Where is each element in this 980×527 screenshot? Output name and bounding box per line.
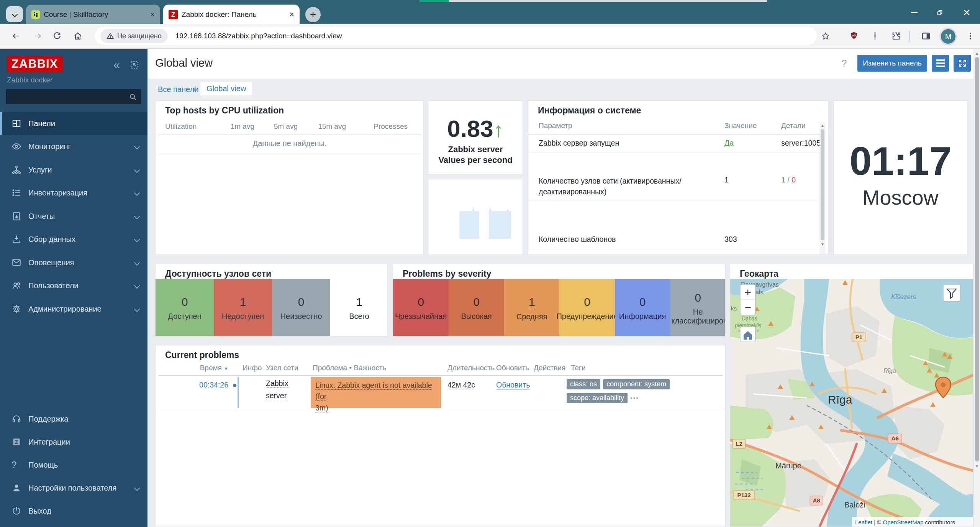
problem-link[interactable]: 3m): [315, 404, 328, 412]
scroll-up-icon[interactable]: ▲: [974, 51, 980, 56]
problem-link[interactable]: Linux: Zabbix agent is not available (fo…: [315, 381, 432, 401]
eye-icon: [11, 141, 21, 151]
window-restore-button[interactable]: [932, 5, 948, 20]
new-tab-button[interactable]: +: [305, 7, 321, 22]
browser-tab-skillfactory[interactable]: Course | Skillfactory ×: [26, 5, 160, 24]
graph-area-right: [489, 207, 511, 239]
zabbix-favicon: Z: [169, 10, 178, 19]
zoom-out-button[interactable]: −: [744, 301, 751, 314]
sidebar-search-input[interactable]: [10, 90, 126, 103]
sidebar-item-services[interactable]: Услуги: [0, 158, 147, 181]
url-input[interactable]: [175, 31, 751, 41]
security-chip[interactable]: Не защищено: [100, 29, 168, 43]
sidebar-item-dashboards[interactable]: Панели: [0, 112, 147, 135]
sidebar-item-help[interactable]: ? Помощь: [0, 453, 147, 476]
column-header[interactable]: Processes: [369, 122, 408, 131]
ribbon-extension-button[interactable]: [867, 28, 883, 44]
column-header[interactable]: Узел сети: [266, 364, 298, 372]
browser-menu-button[interactable]: [962, 28, 978, 44]
column-header-time[interactable]: Время ▼: [179, 364, 228, 372]
sidebar-item-reports[interactable]: Отчеты: [0, 205, 147, 228]
scrollbar-thumb[interactable]: [975, 57, 979, 461]
extensions-button[interactable]: [888, 28, 904, 44]
address-bar[interactable]: Не защищено: [95, 27, 817, 45]
expand-dashed-icon: [129, 60, 139, 70]
edit-dashboard-button[interactable]: Изменить панель: [857, 55, 927, 72]
breadcrumb-current[interactable]: Global view: [200, 82, 252, 95]
back-button[interactable]: [8, 28, 24, 44]
duration-hint[interactable]: 42м 42с: [447, 381, 475, 389]
update-link[interactable]: Обновить: [496, 381, 530, 390]
osm-link[interactable]: OpenStreetMap: [883, 519, 924, 525]
geomap-canvas[interactable]: P1 A6 L2 P132 A8 Daugavgrīvas sala ks Da…: [730, 279, 973, 527]
column-header[interactable]: 5m avg: [259, 122, 298, 131]
tab-close-icon[interactable]: ×: [150, 10, 155, 19]
map-home-button[interactable]: [740, 327, 755, 342]
column-header: Теги: [571, 364, 586, 372]
sidebar-item-alerts[interactable]: Оповещения: [0, 251, 147, 274]
scrollbar-thumb[interactable]: [821, 129, 824, 240]
sidebar-item-data-collection[interactable]: Сбор данных: [0, 228, 147, 251]
host-link[interactable]: Zabbix: [266, 379, 288, 388]
column-header[interactable]: 1m avg: [216, 122, 254, 131]
sidebar-search[interactable]: [6, 89, 141, 104]
sidebar-item-user-settings[interactable]: Настройки пользователя: [0, 476, 147, 499]
column-header[interactable]: 15m avg: [308, 122, 346, 131]
map-zoom-control[interactable]: + −: [740, 284, 755, 315]
column-header[interactable]: Проблема • Важность: [313, 364, 386, 372]
sidebar-item-inventory[interactable]: Инвентаризация: [0, 181, 147, 204]
sidebar-item-label: Инвентаризация: [28, 189, 87, 197]
help-icon[interactable]: ?: [841, 57, 847, 69]
kiosk-mode-button[interactable]: [954, 55, 971, 72]
breadcrumb-all-dashboards[interactable]: Все панели: [158, 85, 198, 94]
svg-text:Dabas: Dabas: [742, 315, 757, 322]
dashboard-menu-button[interactable]: [932, 55, 949, 72]
window-minimize-button[interactable]: [906, 5, 922, 20]
profile-button[interactable]: M: [939, 28, 957, 45]
scroll-up-icon[interactable]: ▲: [819, 123, 826, 128]
empty-table-message: Данные не найдены.: [156, 139, 424, 148]
column-header[interactable]: Utilization: [165, 122, 197, 131]
side-panel-button[interactable]: [918, 28, 934, 44]
tag-badge[interactable]: scope: availability: [567, 393, 628, 403]
sidebar-item-users[interactable]: Пользователи: [0, 274, 147, 297]
tab-close-icon[interactable]: ×: [289, 10, 294, 19]
leaflet-link[interactable]: Leaflet: [855, 519, 873, 525]
tag-badge[interactable]: component: system: [603, 379, 670, 389]
sidebar-item-label: Сбор данных: [28, 235, 75, 244]
star-icon: [821, 31, 831, 41]
page-scrollbar[interactable]: ▲ ▼: [973, 49, 980, 527]
ublock-extension-button[interactable]: uO: [846, 28, 862, 44]
tag-badge[interactable]: class: os: [567, 379, 600, 389]
zoom-in-button[interactable]: +: [744, 286, 751, 299]
svg-text:Leaflet | © OpenStreetMap cont: Leaflet | © OpenStreetMap contributors: [855, 519, 955, 525]
svg-text:Z: Z: [171, 11, 175, 18]
sidebar-item-monitoring[interactable]: Мониторинг: [0, 135, 147, 158]
sidebar-item-administration[interactable]: Администрирование: [0, 297, 147, 320]
problem-time-link[interactable]: 00:34:26: [179, 381, 228, 389]
value: 303: [724, 235, 737, 244]
forward-button[interactable]: [30, 28, 46, 44]
z-square-icon: Z: [11, 437, 21, 447]
reload-button[interactable]: [49, 28, 65, 44]
sidebar-pin-button[interactable]: [129, 60, 139, 70]
bookmark-button[interactable]: [818, 28, 834, 44]
sidebar-collapse-button[interactable]: «: [113, 58, 120, 71]
svg-text:Mārupe: Mārupe: [775, 461, 801, 470]
host-link[interactable]: server: [266, 391, 287, 400]
sidebar-item-logout[interactable]: Выход: [0, 499, 147, 522]
server-name: Zabbix docker: [7, 76, 52, 84]
map-filter-button[interactable]: [943, 284, 960, 301]
sidebar-item-integrations[interactable]: Z Интеграции: [0, 430, 147, 453]
svg-text:Rīga: Rīga: [883, 368, 896, 374]
window-close-button[interactable]: ×: [958, 4, 975, 21]
scroll-down-icon[interactable]: ▼: [819, 242, 826, 246]
home-button[interactable]: [70, 28, 86, 44]
zabbix-logo[interactable]: ZABBIX: [7, 56, 62, 72]
scroll-down-icon[interactable]: ▼: [974, 464, 980, 468]
sidebar-item-support[interactable]: Поддержка: [0, 407, 147, 430]
browser-tab-zabbix[interactable]: Z Zabbix docker: Панель ×: [163, 5, 300, 24]
more-tags-button[interactable]: •••: [630, 395, 639, 401]
tab-search-button[interactable]: [6, 6, 23, 22]
widget-scrollbar[interactable]: ▲ ▼: [819, 122, 826, 254]
